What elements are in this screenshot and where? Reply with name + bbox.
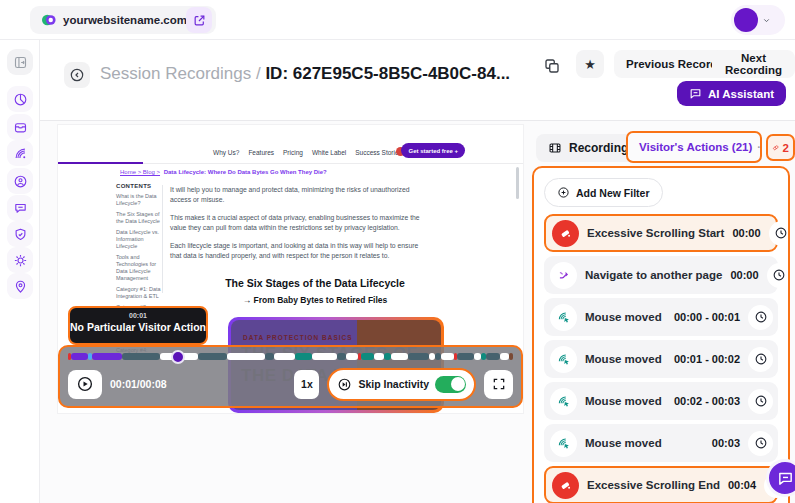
recorded-article-subheading: → From Baby Bytes to Retired Files [170, 295, 460, 305]
user-menu[interactable] [731, 5, 785, 35]
play-button[interactable] [68, 370, 102, 399]
timeline-segment [391, 353, 408, 360]
open-site-button[interactable] [186, 7, 212, 33]
action-time: 00:02 - 00:03 [674, 395, 740, 407]
back-button[interactable] [64, 62, 90, 88]
playhead-handle[interactable] [171, 350, 185, 364]
badge-count: 2 [783, 142, 789, 154]
mouse-action-icon [550, 304, 577, 331]
next-recording-button[interactable]: Next Recording [712, 50, 795, 78]
visitor-action-row[interactable]: Mouse moved00:03 [544, 424, 778, 462]
timeline-segment [312, 353, 337, 360]
timeline-segment [122, 353, 160, 360]
dashboard-icon[interactable] [7, 86, 33, 112]
action-time: 00:03 [712, 437, 740, 449]
tooltip-label: No Particular Visitor Action [70, 321, 206, 333]
ai-assistant-button[interactable]: AI Assistant [677, 81, 786, 106]
inbox-icon[interactable] [7, 114, 33, 140]
settings-gear-icon[interactable] [7, 247, 33, 273]
breadcrumb: Session Recordings / [100, 64, 261, 83]
visitor-action-row[interactable]: Excessive Scrolling End00:04 [544, 466, 778, 503]
timeline-segment [337, 353, 345, 360]
timeline-segment [71, 353, 88, 360]
skip-inactivity-label: Skip Inactivity [358, 378, 429, 390]
audience-icon[interactable] [7, 168, 33, 194]
privacy-shield-icon[interactable] [7, 221, 33, 247]
add-new-filter-button[interactable]: Add New Filter [544, 178, 663, 207]
tab-visitors-actions[interactable]: Visitor's Actions (21) · [626, 131, 762, 163]
recorded-nav-link: Why Us? [213, 149, 239, 156]
recorded-reading-progress [58, 162, 143, 164]
recorded-paragraph: It will help you to manage and protect d… [170, 185, 428, 205]
site-name: yourwebsitename.com [63, 14, 187, 26]
fullscreen-button[interactable] [484, 370, 513, 399]
visitor-actions-list: Excessive Scrolling Start00:00Navigate t… [544, 214, 778, 503]
timeline-segment [384, 353, 390, 360]
skip-forward-icon [337, 377, 352, 392]
favorite-star-button[interactable]: ★ [576, 50, 604, 78]
recorded-breadcrumb: Home > Blog > Data Lifecycle: Where Do D… [120, 169, 450, 175]
action-time: 00:04 [728, 479, 756, 491]
chat-bubble-icon [777, 470, 794, 487]
timeline-segment [346, 353, 359, 360]
skipped-actions-badge[interactable]: 2 [766, 134, 795, 161]
recorded-nav-link: Pricing [283, 149, 303, 156]
feedback-icon[interactable] [7, 195, 33, 221]
action-time: 00:00 - 00:01 [674, 311, 740, 323]
mouse-action-icon [550, 388, 577, 415]
timeline-segment [408, 353, 429, 360]
copy-icon [543, 57, 561, 75]
page-title: Session Recordings / ID: 627E95C5-8B5C-4… [100, 64, 510, 84]
playback-speed-button[interactable]: 1x [294, 370, 319, 399]
plus-circle-icon [557, 186, 570, 199]
recorded-contents-item: Category #1: Data Integration & ETL [116, 286, 161, 300]
mouse-action-icon [550, 430, 577, 457]
star-icon: ★ [584, 57, 596, 72]
recorded-contents-item: What is the Data Lifecycle? [116, 193, 161, 207]
session-recordings-icon[interactable] [7, 140, 33, 166]
action-label: Excessive Scrolling Start [587, 227, 724, 239]
tooltip-time: 00:01 [70, 312, 206, 319]
timeline-segment [274, 353, 295, 360]
action-time: 00:01 - 00:02 [674, 353, 740, 365]
visitor-action-row[interactable]: Excessive Scrolling Start00:00 [544, 214, 778, 252]
timeline-segment [509, 353, 513, 360]
timeline-segment [474, 353, 482, 360]
jump-to-time-button[interactable] [748, 305, 773, 330]
visitor-action-row[interactable]: Mouse moved00:02 - 00:03 [544, 382, 778, 420]
fullscreen-expand-icon [492, 377, 506, 391]
copy-id-button[interactable] [543, 54, 567, 78]
timeline-segment [92, 353, 122, 360]
player-controls-bar: 00:01/00:08 1x Skip Inactivity [58, 345, 523, 408]
visitor-action-row[interactable]: Mouse moved00:00 - 00:01 [544, 298, 778, 336]
recorded-nav-link: Success Stories [355, 149, 402, 156]
collapse-sidebar-icon[interactable] [7, 49, 33, 75]
action-time: 00:00 [732, 227, 760, 239]
jump-to-time-button[interactable] [767, 263, 790, 288]
timeline-segment [198, 353, 228, 360]
recorded-contents-item: Data Lifecycle vs. Information Lifecycle [116, 229, 161, 250]
action-label: Mouse moved [585, 353, 666, 365]
location-pin-icon[interactable] [7, 273, 33, 299]
visitor-action-row[interactable]: Mouse moved00:01 - 00:02 [544, 340, 778, 378]
timeline-segment [457, 353, 474, 360]
visitor-action-row[interactable]: Navigate to another page00:00 [544, 256, 778, 294]
playback-timeline[interactable] [68, 353, 513, 360]
jump-to-time-button[interactable] [748, 431, 773, 456]
jump-to-time-button[interactable] [769, 221, 790, 246]
timeline-segment [227, 353, 265, 360]
jump-to-time-button[interactable] [748, 347, 773, 372]
jump-to-time-button[interactable] [748, 389, 773, 414]
action-label: Mouse moved [585, 395, 666, 407]
top-bar: yourwebsitename.com [0, 0, 795, 40]
recorded-cta-button: Get started free + [401, 143, 465, 158]
action-label: Navigate to another page [585, 269, 722, 281]
skip-inactivity-toggle[interactable] [435, 376, 466, 393]
recorded-page-scrollbar[interactable] [516, 167, 519, 199]
recorded-contents-item: Tools and Technologies for Data Lifecycl… [116, 254, 161, 282]
recorded-nav-link: White Label [312, 149, 346, 156]
recorded-nav-link: Features [248, 149, 274, 156]
action-label: Mouse moved [585, 311, 666, 323]
avatar [734, 8, 758, 32]
route-action-icon [550, 262, 577, 289]
